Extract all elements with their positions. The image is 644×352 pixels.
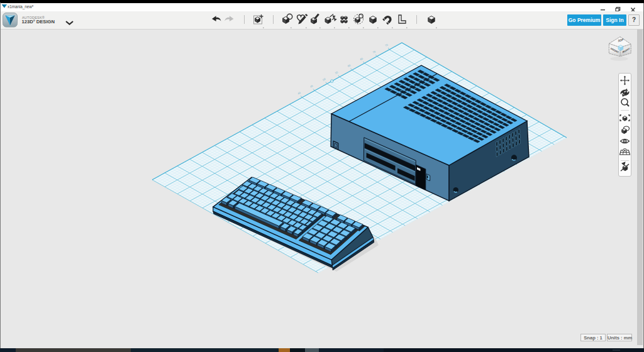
svg-text:50: 50 [322, 77, 326, 82]
svg-text:45: 45 [309, 84, 314, 89]
svg-text:55: 55 [335, 70, 339, 75]
svg-text:60: 60 [347, 63, 352, 68]
svg-text:75: 75 [384, 43, 389, 47]
svg-text:65: 65 [360, 57, 364, 61]
svg-text:70: 70 [372, 50, 377, 54]
svg-text:40: 40 [297, 91, 301, 95]
